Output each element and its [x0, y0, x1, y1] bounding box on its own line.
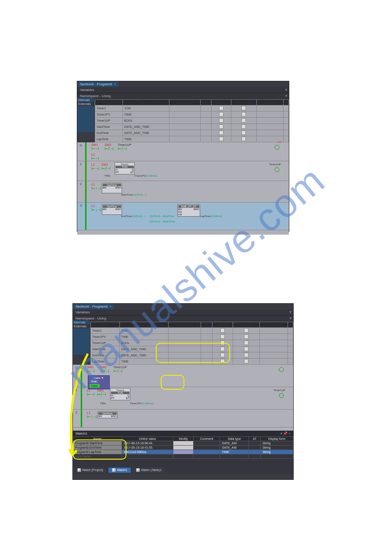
namespace-header[interactable]: Namespace - Using▼: [73, 316, 293, 322]
coil-timer1up[interactable]: [278, 392, 284, 399]
variables-header[interactable]: Variables▼: [77, 87, 289, 93]
contact-l1[interactable]: L1⊢↑⊣: [91, 183, 101, 191]
variables-header[interactable]: Variables▼: [73, 309, 293, 316]
contact-sw1[interactable]: SW1⊢/⊣: [101, 163, 111, 171]
tab-watch-table1[interactable]: 📊 Watch (Table)1: [133, 468, 165, 473]
table-row: StartTimeDATE_AND_TIME: [91, 346, 293, 352]
block-gettime[interactable]: GetTime ENENO: [102, 204, 122, 215]
table-row: EndTimeDATE_AND_TIME: [95, 130, 289, 136]
watch-title: Watch1: [76, 432, 87, 435]
editor-panel-1: Section0 - Program0× Variables▼ Namespac…: [77, 81, 289, 232]
contact-sw1[interactable]: SW1⊢⊣: [91, 143, 99, 151]
pin-icon[interactable]: ▾ 📌 ×: [281, 432, 291, 435]
contact-l1[interactable]: L1⊢⊣: [87, 389, 95, 397]
coil-l1[interactable]: [278, 366, 284, 373]
true-button[interactable]: True: [90, 380, 98, 383]
block-gettime[interactable]: GetTime ENENO: [102, 183, 122, 193]
variables-table[interactable]: NameData TypeInitial ValueATRetainConsta…: [95, 99, 289, 142]
table-row: Timer1PVTIME: [91, 334, 293, 340]
block-ton[interactable]: Timer1 TON InQ PTET: [115, 162, 135, 174]
rung-number: 0: [78, 143, 83, 147]
svg-point-2: [279, 367, 284, 372]
watch-row: Input Name...: [73, 454, 293, 459]
table-row: LapTimeTIME: [95, 136, 289, 142]
contact-l1[interactable]: L1⊢⊣: [91, 163, 99, 171]
tab-section0[interactable]: Section0 - Program0×: [73, 304, 114, 309]
contact-l1[interactable]: L1⊢↑⊣: [87, 411, 97, 419]
contact-sw1[interactable]: SW1⊢/⊣: [97, 389, 106, 397]
table-row: LapTimeTIME: [91, 359, 293, 365]
table-row: EndTimeDATE_AND_TIME: [91, 352, 293, 359]
ladder-editor[interactable]: 0 SW1⊢⊣ SW2⊢/⊣ Timer1UP⊢/⊣ L1⊢⊣ L1 1 L1⊢…: [77, 142, 289, 235]
svg-point-0: [275, 145, 279, 149]
namespace-header[interactable]: Namespace - Using▼: [77, 93, 289, 99]
externals-tab[interactable]: Externals: [77, 102, 94, 106]
watch-panel: Watch1▾ 📌 × NameOnline valueModifyCommen…: [73, 431, 293, 474]
watch-row: Program0.LapTime35m11s2.000msTIMEString: [73, 450, 293, 454]
block-gettime[interactable]: GetTime ENENO: [97, 411, 118, 418]
svg-point-1: [275, 167, 279, 172]
watch-row: Program0.EndTime2017-06-15-18:41:55.DATE…: [73, 446, 293, 450]
contact-sw2[interactable]: SW2⊢/⊣: [100, 366, 109, 374]
externals-tab[interactable]: Externals: [73, 324, 90, 328]
table-row: Timer1PVTIME: [95, 112, 289, 118]
watch-table[interactable]: NameOnline valueModifyCommentData typeAT…: [73, 436, 293, 459]
table-row: StartTimeDATE_AND_TIME: [95, 124, 289, 130]
internals-tab[interactable]: Internals: [73, 320, 90, 324]
variables-table[interactable]: NameData TypeInitial ValueATRetainConsta…: [90, 322, 293, 365]
table-row: Timer1UPBOOL: [95, 118, 289, 124]
tab-section0[interactable]: Section0 - Program0×: [77, 81, 119, 87]
block-ton[interactable]: Timer1 TON InQ PTET: [110, 388, 130, 400]
contact-timer1up[interactable]: Timer1UP⊢/⊣: [113, 366, 127, 374]
tab-watch1[interactable]: 📊 Watch1: [108, 468, 130, 473]
editor-panel-2: Section0 - Program0× Variables▼ Namespac…: [72, 303, 294, 480]
watch-tabs: 📊 Watch (Project) 📊 Watch1 📊 Watch (Tabl…: [73, 467, 293, 474]
contact-sw2[interactable]: SW2⊢/⊣: [104, 143, 114, 151]
ladder-editor[interactable]: 0 SW1⊢⊣ SW2⊢/⊣ Timer1UP⊢/⊣ False ▼ TrueF…: [73, 365, 293, 431]
close-icon[interactable]: ×: [114, 82, 116, 86]
contact-l1[interactable]: L1⊢↓⊣: [91, 204, 101, 212]
table-row: Timer1TON: [91, 328, 293, 334]
contact-timer1up[interactable]: Timer1UP⊢/⊣: [118, 143, 131, 151]
svg-point-3: [279, 393, 284, 398]
internals-tab[interactable]: Internals: [77, 98, 94, 102]
coil-timer1up[interactable]: [274, 167, 280, 173]
table-row: Timer1UPBOOL: [91, 340, 293, 346]
coil-l1[interactable]: [274, 144, 280, 150]
block-sub[interactable]: SUB_DT_DT ENENO In1 In2: [177, 204, 200, 217]
tab-watch-project[interactable]: 📊 Watch (Project): [74, 468, 107, 473]
watch-row: Program0.StartTime2017-06-15-18:06:44.DA…: [73, 441, 293, 446]
contact-sw1[interactable]: SW1⊢⊣: [87, 366, 95, 374]
contact-l1[interactable]: L1⊢⊣: [91, 153, 99, 161]
close-icon[interactable]: ×: [109, 305, 111, 308]
table-row: Timer1TON: [95, 105, 289, 112]
